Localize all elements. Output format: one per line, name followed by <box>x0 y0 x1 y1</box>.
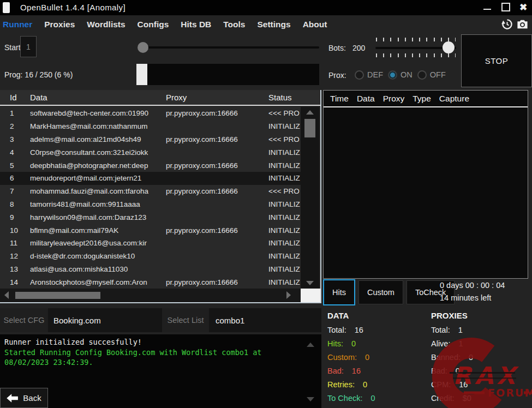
data-stats: DATA Total:16Hits:0Custom:0Bad:16Retries… <box>327 311 375 405</box>
start-input[interactable] <box>20 36 37 57</box>
table-row[interactable]: 6menudoreport@mail.com:jetern21INITIALIZ <box>0 172 301 185</box>
stat-label: Bad: <box>327 367 344 375</box>
table-row[interactable]: 12d-istek@dr.com:dogukanistek10INITIALIZ <box>0 250 301 263</box>
hits-column-header-proxy[interactable]: Proxy <box>383 94 405 104</box>
menu-item-tools[interactable]: Tools <box>223 20 245 29</box>
menu-item-about[interactable]: About <box>303 20 327 29</box>
scroll-left-icon[interactable] <box>4 291 9 299</box>
menu-item-settings[interactable]: Settings <box>257 20 290 29</box>
hits-column-header-type[interactable]: Type <box>413 94 431 104</box>
stat-total: Total:1 <box>431 323 473 337</box>
radio-label: DEF <box>367 70 383 79</box>
cell-id: 8 <box>10 200 30 208</box>
stat-custom: Custom:0 <box>327 351 375 364</box>
column-header-data[interactable]: Data <box>30 93 166 102</box>
table-row[interactable]: 10bflmn@mail.com:mail79AKpr.pyproxy.com:… <box>0 224 301 237</box>
horizontal-scrollbar-thumb[interactable] <box>15 292 100 299</box>
table-row[interactable]: 14Aronstockphotos@myself.com:Aronpr.pypr… <box>0 275 301 289</box>
table-row[interactable]: 11militaryleavedept2016@usa.com:kirINITI… <box>0 237 301 250</box>
menu-item-hits-db[interactable]: Hits DB <box>181 20 211 29</box>
selected-wordlist-value[interactable]: combo1 <box>209 308 321 332</box>
bots-slider-thumb[interactable] <box>443 41 455 53</box>
menu-item-wordlists[interactable]: Wordlists <box>87 20 125 29</box>
cell-data: mohammad.fauzi@mail.com:tfaroha <box>30 187 166 195</box>
table-row[interactable]: 7mohammad.fauzi@mail.com:tfarohapr.pypro… <box>0 185 301 198</box>
hits-column-header-data[interactable]: Data <box>357 94 375 104</box>
maximize-button[interactable] <box>496 0 516 14</box>
table-row[interactable]: 13atlasi@usa.com:mishka11030INITIALIZ <box>0 263 301 276</box>
table-row[interactable]: 2MarkHames@mail.com:nathanmumINITIALIZ <box>0 120 301 133</box>
vertical-scrollbar[interactable] <box>301 107 319 289</box>
table-row[interactable]: 4C0rpse@consultant.com:321ei2iokkINITIAL… <box>0 146 301 159</box>
column-header-proxy[interactable]: Proxy <box>166 93 268 102</box>
prox-radio-on[interactable]: ON <box>388 70 413 80</box>
log-scroll-up-icon[interactable] <box>307 343 314 347</box>
scroll-down-icon[interactable] <box>306 281 314 285</box>
cell-status: INITIALIZ <box>268 252 301 260</box>
stat-to-check: To Check:0 <box>327 392 375 405</box>
camera-icon[interactable] <box>516 18 529 31</box>
menu-bar: RunnerProxiesWordlistsConfigsHits DBTool… <box>0 15 532 34</box>
close-button[interactable]: ✖ <box>513 0 532 14</box>
cell-data: harrywilson09@mail.com:Daraz123 <box>30 213 166 221</box>
stat-hits: Hits:0 <box>327 337 375 351</box>
log-line: 08/02/2023 23:42:39. <box>4 357 321 368</box>
cell-proxy: pr.pyproxy.com:16666 <box>166 187 268 195</box>
data-stats-list: Total:16Hits:0Custom:0Bad:16Retries:0To … <box>327 323 375 405</box>
selected-config-value[interactable]: Booking.com <box>48 308 162 332</box>
stat-label: Total: <box>431 326 450 334</box>
prox-radio-def[interactable]: DEF <box>355 70 383 80</box>
app-icon <box>3 2 10 13</box>
tab-custom[interactable]: Custom <box>358 280 403 304</box>
tab-hits[interactable]: Hits <box>323 279 355 305</box>
cell-id: 3 <box>10 135 30 143</box>
svg-text:FORUM: FORUM <box>488 387 532 399</box>
stat-label: Alive: <box>431 339 450 348</box>
title-bar: OpenBullet 1.4.4 [Anomaly] ✖ <box>0 0 532 15</box>
stat-value: 0 <box>456 367 460 375</box>
menu-item-runner[interactable]: Runner <box>3 20 32 29</box>
table-row[interactable]: 1softwarebd@tech-center.com:01990pr.pypr… <box>0 107 301 120</box>
stat-alive: Alive:1 <box>431 337 473 351</box>
stat-label: Retries: <box>327 380 355 389</box>
cell-data: tamorris481@mail.com:9911aaaa <box>30 200 166 208</box>
prox-radio-group: DEFONOFF <box>355 68 446 81</box>
cell-data: deepbhatia@photographer.net:deep <box>30 161 166 170</box>
prox-radio-off[interactable]: OFF <box>417 70 446 80</box>
vertical-scrollbar-thumb[interactable] <box>304 119 315 137</box>
stat-retries: Retries:0 <box>327 378 375 392</box>
scroll-right-icon[interactable] <box>286 291 291 299</box>
remaining-time: 14 minutes left <box>440 293 491 302</box>
menu-item-configs[interactable]: Configs <box>138 20 169 29</box>
column-header-status[interactable]: Status <box>268 93 320 102</box>
start-slider-track[interactable] <box>138 46 319 49</box>
hits-column-header-capture[interactable]: Capture <box>439 94 469 104</box>
column-header-id[interactable]: Id <box>10 93 30 102</box>
start-slider-thumb[interactable] <box>138 42 148 53</box>
table-row[interactable]: 9harrywilson09@mail.com:Daraz123INITIALI… <box>0 211 301 224</box>
scroll-up-icon[interactable] <box>306 110 314 115</box>
select-cfg-button[interactable]: Select CFG <box>0 308 48 332</box>
history-icon[interactable] <box>501 18 513 31</box>
select-list-button[interactable]: Select List <box>162 308 209 332</box>
menu-item-proxies[interactable]: Proxies <box>44 20 75 29</box>
horizontal-scrollbar[interactable] <box>0 289 301 302</box>
results-table-rows: 1softwarebd@tech-center.com:01990pr.pypr… <box>0 107 301 289</box>
stat-value: 0 <box>370 394 375 403</box>
minimize-button[interactable] <box>477 0 497 14</box>
hits-tabs: HitsCustomToCheck <box>323 279 455 305</box>
table-row[interactable]: 8tamorris481@mail.com:9911aaaaINITIALIZ <box>0 198 301 211</box>
log-line: Started Running Config Booking.com with … <box>4 347 321 358</box>
stop-button[interactable]: STOP <box>461 34 532 87</box>
cell-proxy: pr.pyproxy.com:16666 <box>166 135 268 143</box>
cell-proxy: pr.pyproxy.com:16666 <box>166 161 268 170</box>
cell-data: MarkHames@mail.com:nathanmum <box>30 122 166 130</box>
stat-value: 0 <box>351 339 356 348</box>
log-scroll-down-icon[interactable] <box>307 397 314 401</box>
table-row[interactable]: 5deepbhatia@photographer.net:deeppr.pypr… <box>0 159 301 172</box>
back-button[interactable]: Back <box>0 388 48 408</box>
hits-column-header-time[interactable]: Time <box>330 94 349 104</box>
stat-label: Custom: <box>327 353 357 362</box>
cell-data: d-istek@dr.com:dogukanistek10 <box>30 252 166 260</box>
table-row[interactable]: 3adelms@mail.com:al21md04sh49pr.pyproxy.… <box>0 133 301 146</box>
